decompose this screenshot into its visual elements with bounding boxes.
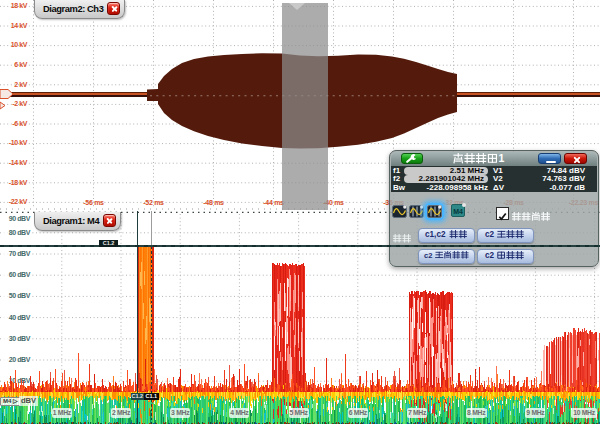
svg-text:c2: c2	[485, 251, 495, 260]
svg-text:c2: c2	[485, 230, 495, 239]
svg-text:c2: c2	[424, 251, 432, 260]
svg-text:c1,c2: c1,c2	[425, 230, 446, 239]
svg-text:1: 1	[498, 152, 504, 164]
